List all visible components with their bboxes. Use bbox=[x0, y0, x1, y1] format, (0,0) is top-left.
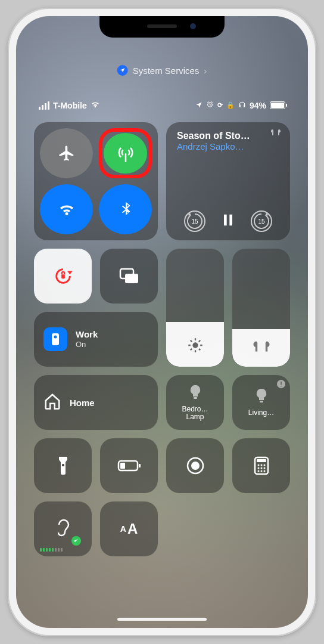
home-label: Home bbox=[70, 398, 95, 408]
play-pause-button[interactable] bbox=[220, 212, 236, 231]
svg-point-3 bbox=[192, 342, 198, 348]
svg-point-21 bbox=[263, 467, 265, 469]
svg-rect-11 bbox=[139, 464, 141, 467]
screen: System Services › T-Mobile ⟳ 🔒 bbox=[16, 16, 308, 628]
control-center-grid: Season of Sto… Andrzej Sapko… 15 15 bbox=[34, 122, 290, 556]
svg-rect-4 bbox=[52, 333, 59, 345]
orientation-lock-status-icon: 🔒 bbox=[226, 101, 235, 109]
skip-back-button[interactable]: 15 bbox=[184, 210, 205, 232]
svg-point-20 bbox=[260, 467, 262, 469]
hearing-button[interactable] bbox=[34, 501, 92, 556]
media-title: Season of Sto… bbox=[177, 131, 279, 141]
svg-point-22 bbox=[257, 470, 259, 472]
svg-rect-0 bbox=[61, 274, 65, 278]
bulb-icon bbox=[189, 384, 202, 403]
airpods-icon bbox=[270, 128, 282, 138]
focus-button[interactable]: Work On bbox=[34, 312, 158, 367]
location-status-icon bbox=[195, 101, 202, 110]
skip-forward-button[interactable]: 15 bbox=[251, 210, 272, 232]
svg-rect-10 bbox=[120, 463, 125, 469]
lamp-living-button[interactable]: ! Living… bbox=[232, 375, 290, 430]
svg-point-24 bbox=[263, 470, 265, 472]
wifi-status-icon bbox=[91, 100, 100, 111]
focus-badge-icon bbox=[43, 327, 67, 351]
svg-point-16 bbox=[257, 465, 259, 466]
svg-point-23 bbox=[260, 470, 262, 472]
svg-rect-7 bbox=[260, 401, 263, 402]
check-badge-icon bbox=[71, 536, 81, 546]
media-module[interactable]: Season of Sto… Andrzej Sapko… 15 15 bbox=[166, 122, 290, 240]
brightness-slider[interactable] bbox=[166, 249, 224, 367]
home-icon bbox=[43, 392, 61, 413]
media-artist: Andrzej Sapko… bbox=[177, 141, 279, 151]
svg-point-17 bbox=[260, 465, 262, 466]
bluetooth-toggle[interactable] bbox=[99, 184, 152, 234]
chevron-right-icon: › bbox=[204, 66, 207, 76]
lamp-bedroom-button[interactable]: Bedro… Lamp bbox=[166, 375, 224, 430]
cellular-highlight bbox=[99, 128, 152, 178]
home-button[interactable]: Home bbox=[34, 375, 158, 430]
svg-point-13 bbox=[191, 462, 200, 470]
wifi-toggle[interactable] bbox=[40, 184, 93, 234]
svg-point-8 bbox=[62, 464, 64, 466]
alarm-status-icon bbox=[206, 101, 214, 110]
lamp-sub: Lamp bbox=[186, 413, 204, 421]
airpods-volume-icon bbox=[251, 339, 272, 356]
sync-status-icon: ⟳ bbox=[217, 101, 223, 109]
calculator-button[interactable] bbox=[232, 438, 290, 493]
focus-name: Work bbox=[76, 329, 98, 340]
connectivity-module[interactable] bbox=[34, 122, 158, 240]
alert-badge-icon: ! bbox=[277, 380, 285, 388]
sun-icon bbox=[187, 337, 204, 356]
battery-text: 94% bbox=[250, 101, 266, 110]
lamp-name: Living… bbox=[248, 408, 274, 417]
bulb-icon bbox=[255, 388, 268, 407]
cellular-signal-icon bbox=[39, 101, 49, 110]
headphones-status-icon bbox=[238, 101, 246, 110]
svg-point-18 bbox=[263, 465, 265, 466]
low-power-button[interactable] bbox=[100, 438, 158, 493]
svg-rect-2 bbox=[125, 274, 138, 283]
volume-slider[interactable] bbox=[232, 249, 290, 367]
airplane-mode-toggle[interactable] bbox=[40, 128, 93, 178]
screen-record-button[interactable] bbox=[166, 438, 224, 493]
location-arrow-icon bbox=[117, 65, 128, 76]
home-indicator[interactable] bbox=[117, 618, 207, 621]
status-bar: T-Mobile ⟳ 🔒 94% bbox=[16, 100, 308, 111]
focus-state: On bbox=[76, 340, 98, 349]
svg-rect-15 bbox=[257, 459, 266, 462]
notch bbox=[99, 16, 225, 38]
carrier-label: T-Mobile bbox=[53, 101, 87, 110]
lamp-name: Bedro… bbox=[182, 405, 208, 413]
svg-rect-6 bbox=[194, 397, 197, 399]
screen-mirroring-button[interactable] bbox=[100, 249, 158, 304]
level-bars-icon bbox=[40, 548, 63, 552]
orientation-lock-toggle[interactable] bbox=[34, 249, 92, 304]
location-banner[interactable]: System Services › bbox=[117, 65, 207, 76]
svg-point-5 bbox=[54, 336, 57, 339]
svg-point-19 bbox=[257, 467, 259, 469]
battery-icon bbox=[270, 101, 285, 109]
phone-frame: System Services › T-Mobile ⟳ 🔒 bbox=[8, 8, 316, 636]
banner-label: System Services bbox=[133, 66, 200, 76]
text-size-button[interactable]: AA bbox=[100, 501, 158, 556]
flashlight-button[interactable] bbox=[34, 438, 92, 493]
cellular-data-toggle[interactable] bbox=[104, 133, 147, 174]
